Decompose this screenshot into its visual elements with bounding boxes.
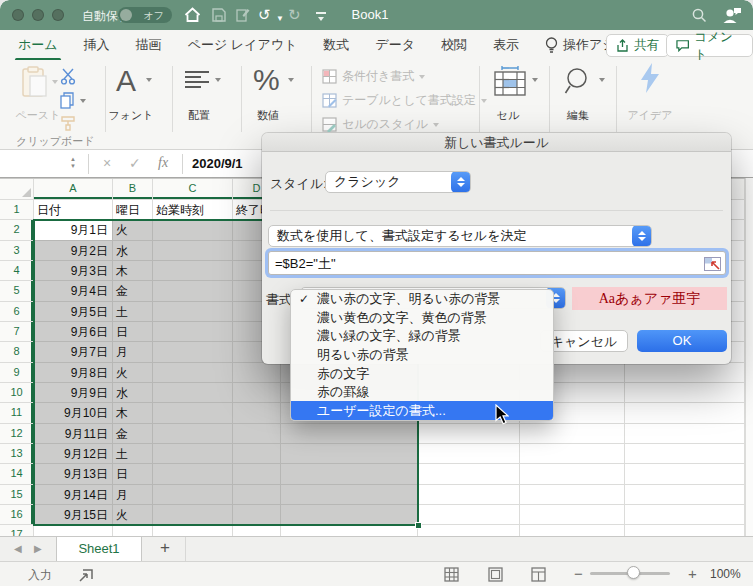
number-format-icon[interactable]: %: [253, 65, 280, 95]
sheet-cell[interactable]: [153, 403, 233, 423]
sheet-cell[interactable]: 9月6日: [34, 322, 113, 342]
edit-label[interactable]: 編集: [560, 108, 596, 123]
sheet-cell[interactable]: [233, 505, 281, 525]
zoom-window-button[interactable]: [52, 9, 64, 21]
sheet-cell[interactable]: [34, 525, 113, 536]
sheet-cell[interactable]: 9月11日: [34, 424, 113, 444]
menu-item[interactable]: ✓濃い赤の文字、明るい赤の背景: [291, 290, 553, 309]
select-all-corner[interactable]: [0, 179, 34, 200]
sheet-cell[interactable]: 金: [113, 281, 153, 301]
sheet-cell[interactable]: [625, 525, 745, 536]
sheet-cell[interactable]: 9月12日: [34, 444, 113, 464]
sheet-cell[interactable]: 曜日: [113, 200, 153, 220]
sheet-cell[interactable]: [281, 444, 418, 464]
comment-button[interactable]: コメント: [666, 34, 753, 57]
format-as-table-button[interactable]: テーブルとして書式設定: [322, 92, 487, 109]
sheet-cell[interactable]: 金: [113, 424, 153, 444]
sheet-cell[interactable]: [233, 424, 281, 444]
ideas-icon[interactable]: [638, 62, 662, 94]
page-break-view-icon[interactable]: [531, 567, 546, 582]
ok-button[interactable]: OK: [637, 330, 727, 352]
sheet-cell[interactable]: [153, 485, 233, 505]
menu-item[interactable]: 濃い黄色の文字、黄色の背景: [291, 309, 553, 328]
row-header[interactable]: 4: [0, 261, 34, 281]
sheet-cell[interactable]: 9月9日: [34, 383, 113, 403]
sheet-cell[interactable]: [153, 261, 233, 281]
sheet-cell[interactable]: 水: [113, 241, 153, 261]
alignment-label[interactable]: 配置: [178, 108, 220, 123]
sheet-cell[interactable]: 土: [113, 444, 153, 464]
sheet-cell[interactable]: 月: [113, 342, 153, 362]
sheet-cell[interactable]: 9月1日: [34, 220, 113, 240]
sheet-cell[interactable]: [520, 424, 625, 444]
menu-item[interactable]: 赤の罫線: [291, 383, 553, 402]
sheet-cell[interactable]: [233, 403, 281, 423]
sheet-cell[interactable]: [113, 525, 153, 536]
formula-input[interactable]: =$B2="土": [268, 251, 726, 275]
cells-icon[interactable]: [492, 66, 528, 96]
edit-chevron-icon[interactable]: [599, 78, 605, 82]
menu-item[interactable]: 濃い緑の文字、緑の背景: [291, 327, 553, 346]
sheet-cell[interactable]: [153, 424, 233, 444]
vertical-scrollbar[interactable]: [745, 178, 753, 536]
next-sheet-icon[interactable]: ▶: [34, 543, 42, 554]
row-header[interactable]: 2: [0, 220, 34, 240]
add-sheet-button[interactable]: +: [152, 538, 178, 558]
tab-校閲[interactable]: 校閲: [441, 36, 467, 54]
sheet-cell[interactable]: [520, 444, 625, 464]
column-header[interactable]: B: [113, 179, 153, 200]
column-header[interactable]: A: [34, 179, 113, 200]
sheet-cell[interactable]: [281, 505, 418, 525]
sheet-cell[interactable]: [153, 363, 233, 383]
sheet-cell[interactable]: [625, 383, 745, 403]
sheet-cell[interactable]: [281, 424, 418, 444]
sheet-cell[interactable]: [625, 403, 745, 423]
sheet-cell[interactable]: 9月15日: [34, 505, 113, 525]
sheet-cell[interactable]: 9月2日: [34, 241, 113, 261]
sheet-cell[interactable]: [233, 363, 281, 383]
input-mode-icon[interactable]: [78, 567, 94, 583]
cancel-entry-icon[interactable]: ×: [103, 155, 111, 171]
row-header[interactable]: 11: [0, 403, 34, 423]
sheet-cell[interactable]: [233, 485, 281, 505]
sheet-cell[interactable]: [418, 505, 520, 525]
row-header[interactable]: 17: [0, 525, 34, 536]
sheet-cell[interactable]: [520, 485, 625, 505]
row-header[interactable]: 10: [0, 383, 34, 403]
zoom-level[interactable]: 100%: [710, 567, 741, 581]
sheet-tab-sheet1[interactable]: Sheet1: [56, 537, 142, 562]
number-label[interactable]: 数値: [247, 108, 289, 123]
sheet-cell[interactable]: [418, 444, 520, 464]
font-chevron-icon[interactable]: [146, 78, 152, 82]
sheet-cell[interactable]: 木: [113, 261, 153, 281]
sheet-cell[interactable]: [153, 444, 233, 464]
sheet-cell[interactable]: 9月3日: [34, 261, 113, 281]
sheet-cell[interactable]: 始業時刻: [153, 200, 233, 220]
paste-icon[interactable]: [22, 66, 48, 98]
sheet-cell[interactable]: [153, 342, 233, 362]
sheet-cell[interactable]: [625, 485, 745, 505]
sheet-cell[interactable]: [153, 241, 233, 261]
share-button[interactable]: 共有: [606, 34, 669, 57]
menu-item[interactable]: 赤の文字: [291, 364, 553, 383]
font-icon[interactable]: A: [116, 66, 136, 96]
sheet-cell[interactable]: 9月13日: [34, 464, 113, 484]
sheet-cell[interactable]: [153, 383, 233, 403]
tab-描画[interactable]: 描画: [136, 36, 162, 54]
row-header[interactable]: 13: [0, 444, 34, 464]
sheet-cell[interactable]: 9月14日: [34, 485, 113, 505]
sheet-cell[interactable]: [233, 383, 281, 403]
sheet-cell[interactable]: 日: [113, 322, 153, 342]
autosave-toggle[interactable]: オフ: [118, 7, 172, 23]
tab-数式[interactable]: 数式: [323, 36, 349, 54]
minimize-window-button[interactable]: [32, 9, 44, 21]
sheet-cell[interactable]: 9月8日: [34, 363, 113, 383]
sheet-cell[interactable]: [153, 302, 233, 322]
row-header[interactable]: 7: [0, 322, 34, 342]
sheet-cell[interactable]: [153, 525, 233, 536]
undo-chevron-icon[interactable]: ▼: [276, 10, 284, 28]
row-header[interactable]: 8: [0, 342, 34, 362]
zoom-slider-thumb[interactable]: [627, 566, 640, 579]
zoom-out-icon[interactable]: −: [574, 565, 583, 582]
sheet-cell[interactable]: [153, 464, 233, 484]
